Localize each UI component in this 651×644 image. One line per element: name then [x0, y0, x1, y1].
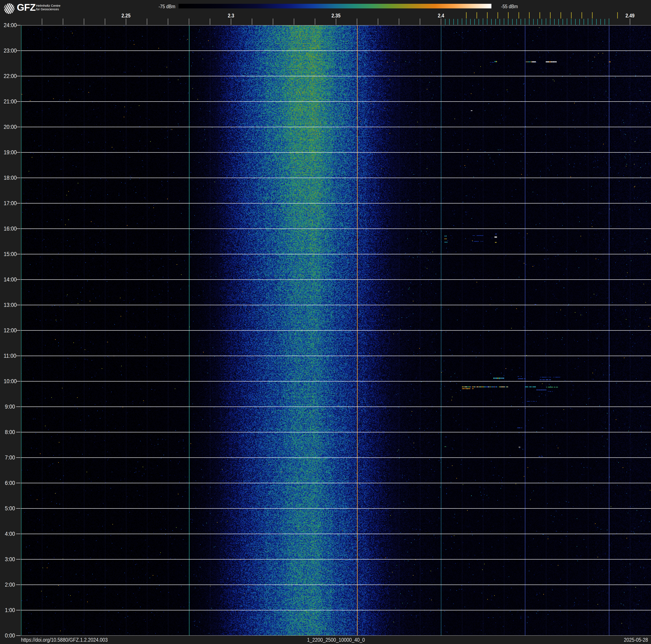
- ble-channel-tick: [609, 19, 609, 25]
- hour-tick: [16, 127, 21, 127]
- hour-tick: [16, 432, 21, 432]
- hour-label: 12:00: [2, 327, 15, 333]
- hour-label: 19:00: [2, 149, 15, 155]
- report-date: 2025-05-28: [621, 637, 648, 643]
- ble-channel-tick: [521, 19, 521, 25]
- hour-label: 4:00: [2, 531, 15, 537]
- wifi-channel-tick: [582, 12, 582, 19]
- hour-tick: [16, 559, 21, 559]
- hour-tick: [16, 635, 21, 636]
- ble-channel-tick: [604, 19, 605, 25]
- freq-axis-label: 2.4: [438, 12, 444, 19]
- freq-axis-label: 2.3: [228, 12, 235, 19]
- wifi-channel-tick: [508, 12, 508, 19]
- freq-minor-tick: [336, 19, 336, 25]
- freq-minor-tick: [252, 19, 252, 25]
- hour-label: 8:00: [2, 429, 15, 435]
- ble-channel-tick: [504, 19, 504, 25]
- hour-label: 20:00: [2, 124, 15, 130]
- ble-channel-tick: [571, 19, 571, 25]
- wifi-channel-tick: [560, 12, 561, 19]
- freq-minor-tick: [147, 19, 147, 25]
- hour-tick: [16, 51, 21, 51]
- wifi-channel-tick: [466, 12, 467, 19]
- hour-label: 21:00: [2, 98, 15, 105]
- dataset-id: 1_2200_2500_10000_40_0: [21, 637, 651, 643]
- hour-label: 6:00: [2, 480, 15, 486]
- ble-channel-tick: [600, 19, 601, 25]
- ble-channel-tick: [529, 19, 529, 25]
- freq-minor-tick: [231, 19, 231, 25]
- colorbar-min-label: -75 dBm: [126, 4, 175, 9]
- ble-channel-tick: [462, 19, 462, 25]
- hour-tick: [16, 178, 21, 178]
- ble-channel-tick: [495, 19, 496, 25]
- wifi-channel-tick: [539, 12, 540, 19]
- wifi-channel-tick: [592, 12, 593, 19]
- wifi-channel-tick: [617, 12, 618, 19]
- hour-tick: [16, 585, 21, 585]
- ble-channel-tick: [449, 19, 450, 25]
- freq-minor-tick: [63, 19, 63, 25]
- hour-label: 14:00: [2, 276, 15, 283]
- hour-label: 17:00: [2, 200, 15, 206]
- hour-label: 5:00: [2, 505, 15, 511]
- hour-label: 7:00: [2, 455, 15, 461]
- hour-tick: [16, 305, 21, 305]
- hour-tick: [16, 25, 21, 25]
- ble-channel-tick: [533, 19, 534, 25]
- freq-minor-tick: [378, 19, 378, 25]
- freq-minor-tick: [630, 19, 630, 25]
- freq-minor-tick: [210, 19, 210, 25]
- ble-channel-tick: [445, 19, 445, 25]
- hour-label: 24:00: [2, 22, 15, 28]
- freq-axis-label: 2.25: [122, 12, 131, 19]
- ble-channel-tick: [491, 19, 492, 25]
- wifi-channel-tick: [497, 12, 498, 19]
- ble-channel-tick: [588, 19, 588, 25]
- hour-tick: [16, 152, 21, 153]
- ble-channel-tick: [541, 19, 542, 25]
- hour-tick: [16, 483, 21, 483]
- freq-minor-tick: [42, 19, 42, 25]
- hour-label: 3:00: [2, 556, 15, 562]
- ble-channel-tick: [517, 19, 517, 25]
- freq-minor-tick: [294, 19, 294, 25]
- ble-channel-tick: [546, 19, 546, 25]
- hour-label: 10:00: [2, 378, 15, 384]
- hour-label: 22:00: [2, 73, 15, 79]
- spectrogram-report-page: GFZ Helmholtz Centre for Geosciences -75…: [0, 0, 651, 644]
- hour-tick: [16, 508, 21, 509]
- hour-label: 11:00: [2, 353, 15, 359]
- freq-axis-label: 2.49: [626, 12, 634, 19]
- hour-label: 1:00: [2, 607, 15, 613]
- freq-minor-tick: [420, 19, 420, 25]
- freq-minor-tick: [105, 19, 105, 25]
- ble-channel-tick: [500, 19, 500, 25]
- ble-channel-tick: [584, 19, 584, 25]
- ble-channel-tick: [579, 19, 580, 25]
- hour-tick: [16, 229, 21, 229]
- colorbar-max-label: -55 dBm: [501, 4, 519, 9]
- ble-channel-tick: [596, 19, 597, 25]
- ble-channel-tick: [466, 19, 466, 25]
- freq-minor-tick: [168, 19, 168, 25]
- wifi-channel-tick: [550, 12, 551, 19]
- freq-minor-tick: [126, 19, 126, 25]
- ble-channel-tick: [554, 19, 555, 25]
- ble-channel-tick: [563, 19, 563, 25]
- hour-label: 23:00: [2, 48, 15, 54]
- freq-minor-tick: [84, 19, 84, 25]
- ble-channel-tick: [567, 19, 567, 25]
- hour-label: 2:00: [2, 582, 15, 588]
- wifi-channel-tick: [519, 12, 519, 19]
- ble-channel-tick: [474, 19, 475, 25]
- hour-tick: [16, 610, 21, 610]
- wifi-channel-tick: [487, 12, 488, 19]
- freq-minor-tick: [441, 19, 441, 25]
- wifi-channel-tick: [571, 12, 571, 19]
- colorbar: -75 dBm -55 dBm: [0, 0, 651, 12]
- hour-tick: [16, 534, 21, 534]
- ble-channel-tick: [550, 19, 550, 25]
- hour-label: 13:00: [2, 302, 15, 308]
